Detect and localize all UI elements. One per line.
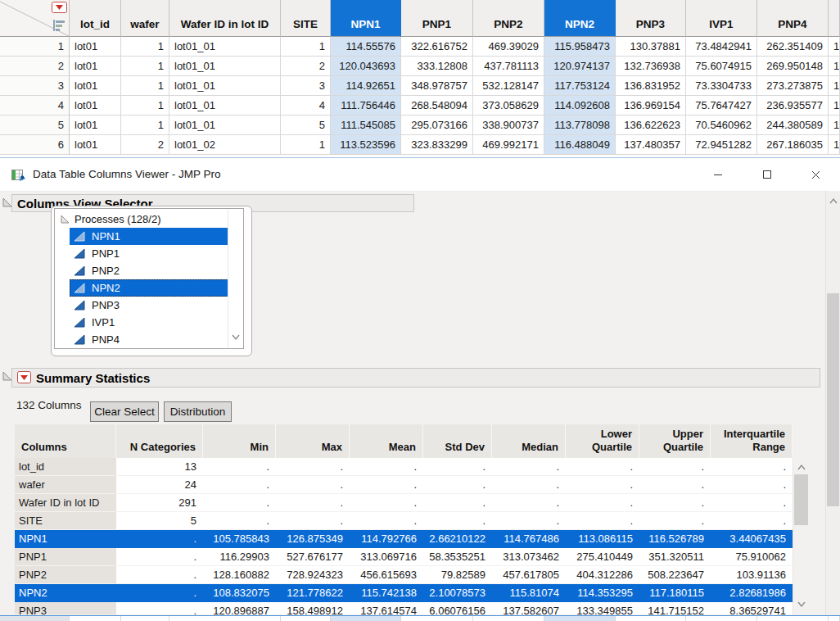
stats-column-header[interactable]: Upper Quartile bbox=[639, 424, 711, 458]
cell[interactable]: lot01_01 bbox=[169, 57, 281, 76]
stats-cell[interactable]: . bbox=[350, 458, 423, 476]
stats-cell[interactable]: 527.676177 bbox=[276, 548, 350, 566]
stats-cell[interactable]: . bbox=[711, 458, 793, 476]
stats-cell[interactable]: . bbox=[423, 458, 492, 476]
distribution-button[interactable]: Distribution bbox=[164, 401, 232, 422]
cell[interactable]: 136.969154 bbox=[616, 96, 686, 116]
stats-cell[interactable]: 137.614574 bbox=[350, 602, 423, 614]
stats-row-label[interactable]: lot_id bbox=[15, 458, 116, 476]
cell[interactable]: 116.488049 bbox=[544, 135, 616, 155]
cell[interactable]: 132.736938 bbox=[616, 57, 686, 76]
cell[interactable]: lot01_01 bbox=[169, 76, 281, 96]
stats-cell[interactable]: 116.29903 bbox=[203, 548, 276, 566]
cell[interactable]: 1 bbox=[121, 116, 169, 135]
cell[interactable]: 120.974137 bbox=[544, 57, 616, 76]
cell[interactable]: lot01 bbox=[70, 57, 121, 76]
stats-cell[interactable]: . bbox=[423, 494, 492, 512]
cell[interactable]: lot01 bbox=[70, 96, 121, 116]
stats-cell[interactable]: 117.180115 bbox=[639, 584, 711, 602]
stats-cell[interactable]: 404.312286 bbox=[566, 566, 639, 584]
cell[interactable]: 295.073166 bbox=[401, 116, 473, 135]
stats-cell[interactable]: . bbox=[116, 566, 203, 584]
cell[interactable]: 114.92651 bbox=[331, 76, 401, 96]
stats-cell[interactable]: . bbox=[639, 476, 711, 494]
stats-table-scrollbar[interactable] bbox=[793, 458, 809, 615]
stats-row-label[interactable]: wafer bbox=[15, 476, 116, 494]
column-header-PNP3[interactable]: PNP3 bbox=[616, 0, 686, 37]
cell[interactable]: 1 bbox=[829, 76, 840, 96]
stats-cell[interactable]: 728.924323 bbox=[276, 566, 350, 584]
tree-item-PNP4[interactable]: PNP4 bbox=[70, 331, 228, 348]
stats-cell[interactable]: . bbox=[423, 476, 492, 494]
cell[interactable]: 268.548094 bbox=[401, 96, 473, 116]
stats-cell[interactable]: 137.582607 bbox=[492, 602, 566, 614]
cell[interactable]: 1 bbox=[829, 135, 840, 155]
cell[interactable]: 348.978757 bbox=[401, 76, 473, 96]
cell[interactable]: lot01 bbox=[70, 76, 121, 96]
stats-cell[interactable]: 113.086115 bbox=[566, 530, 639, 548]
clear-select-button[interactable]: Clear Select bbox=[90, 401, 159, 422]
stats-row-NPN2[interactable]: NPN2.108.832075121.778622115.7421382.100… bbox=[15, 584, 793, 602]
scrollbar-thumb[interactable] bbox=[827, 293, 839, 506]
stats-cell[interactable]: 79.82589 bbox=[423, 566, 492, 584]
summary-statistics-header[interactable]: Summary Statistics bbox=[11, 368, 820, 388]
cell[interactable]: lot01 bbox=[70, 116, 121, 135]
stats-column-header[interactable]: Interquartile Range bbox=[711, 424, 793, 458]
column-header-PNP2[interactable]: PNP2 bbox=[473, 0, 544, 37]
stats-cell[interactable]: . bbox=[639, 458, 711, 476]
tree-node-processes[interactable]: Processes (128/2) bbox=[55, 211, 228, 228]
cell[interactable]: 2 bbox=[121, 135, 169, 155]
stats-row-label[interactable]: SITE bbox=[15, 512, 116, 530]
cell[interactable]: 72.9451282 bbox=[686, 135, 757, 155]
stats-row-label[interactable]: NPN2 bbox=[15, 584, 116, 602]
cell[interactable]: 3 bbox=[281, 76, 331, 96]
cell[interactable]: 373.058629 bbox=[473, 96, 544, 116]
stats-cell[interactable]: 115.742138 bbox=[350, 584, 423, 602]
tree-item-PNP1[interactable]: PNP1 bbox=[70, 245, 228, 262]
column-header-PNP1[interactable]: PNP1 bbox=[401, 0, 473, 37]
cell[interactable]: 244.380589 bbox=[757, 116, 829, 135]
stats-cell[interactable]: 121.778622 bbox=[276, 584, 350, 602]
stats-cell[interactable]: . bbox=[350, 476, 423, 494]
stats-cell[interactable]: 24 bbox=[116, 476, 203, 494]
cell[interactable]: 1 bbox=[829, 116, 840, 135]
stats-cell[interactable]: 508.223647 bbox=[639, 566, 711, 584]
stats-cell[interactable]: . bbox=[116, 548, 203, 566]
cell[interactable]: 333.12808 bbox=[401, 57, 473, 76]
stats-column-header[interactable]: Columns bbox=[15, 424, 116, 458]
list-scrollbar[interactable] bbox=[228, 210, 242, 347]
stats-cell[interactable]: . bbox=[566, 512, 639, 530]
column-header-SITE[interactable]: SITE bbox=[281, 0, 331, 37]
stats-column-header[interactable]: Mean bbox=[350, 424, 423, 458]
cell[interactable]: 70.5460962 bbox=[686, 116, 757, 135]
stats-cell[interactable]: 2.10078573 bbox=[423, 584, 492, 602]
stats-cell[interactable]: . bbox=[492, 476, 566, 494]
cell[interactable]: 73.4842941 bbox=[686, 37, 757, 57]
cell[interactable]: 117.753124 bbox=[544, 76, 616, 96]
cell[interactable]: 1 bbox=[829, 37, 840, 57]
stats-cell[interactable]: . bbox=[639, 494, 711, 512]
row-number-cell[interactable]: 6 bbox=[0, 135, 70, 155]
stats-cell[interactable]: 141.715152 bbox=[639, 602, 711, 614]
cell[interactable]: 136.831952 bbox=[616, 76, 686, 96]
stats-cell[interactable]: 456.615693 bbox=[350, 566, 423, 584]
cell[interactable]: 75.7647427 bbox=[686, 96, 757, 116]
stats-cell[interactable]: . bbox=[566, 458, 639, 476]
stats-row-label[interactable]: PNP1 bbox=[15, 548, 116, 566]
table-corner-cell[interactable] bbox=[0, 0, 70, 37]
stats-cell[interactable]: 126.875349 bbox=[276, 530, 350, 548]
cell[interactable]: 469.992171 bbox=[473, 135, 544, 155]
cell[interactable]: 5 bbox=[281, 116, 331, 135]
stats-column-header[interactable]: Max bbox=[276, 424, 350, 458]
stats-column-header[interactable]: N Categories bbox=[116, 424, 203, 458]
stats-row-lot_id[interactable]: lot_id13........ bbox=[15, 458, 793, 476]
stats-cell[interactable]: . bbox=[711, 494, 793, 512]
cell[interactable]: 1 bbox=[281, 37, 331, 57]
scroll-down-icon[interactable] bbox=[796, 597, 807, 612]
tree-item-NPN2[interactable]: NPN2 bbox=[70, 279, 228, 297]
stats-cell[interactable]: 313.073462 bbox=[492, 548, 566, 566]
stats-cell[interactable]: 5 bbox=[116, 512, 203, 530]
stats-cell[interactable]: 8.36529741 bbox=[711, 602, 793, 614]
row-number-cell[interactable]: 3 bbox=[0, 76, 70, 96]
cell[interactable]: 120.043693 bbox=[331, 57, 401, 76]
